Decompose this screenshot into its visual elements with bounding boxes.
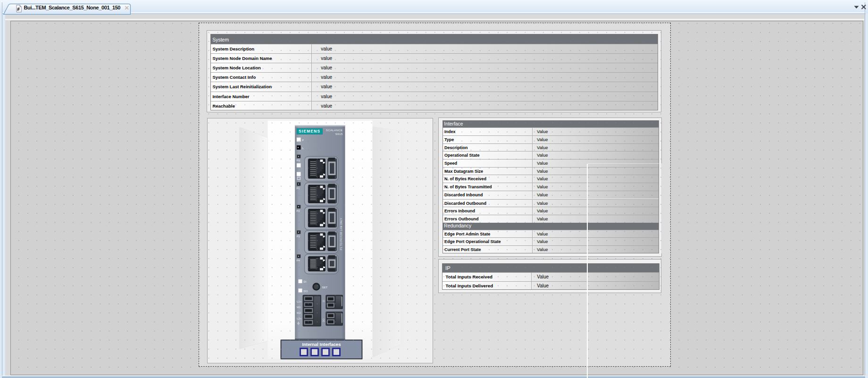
svg-text:P4: P4 [296,259,300,262]
svg-text:PS: PS [296,159,300,162]
svg-text:L1+: L1+ [297,300,302,302]
svg-text:M2: M2 [297,311,301,314]
svg-text:L2+: L2+ [297,317,302,320]
svg-text:P1: P1 [296,187,300,190]
svg-text:P1 TO P4 FOR LAN ONLY: P1 TO P4 FOR LAN ONLY [339,218,342,250]
svg-text:SCALANCE: SCALANCE [326,128,342,132]
svg-text:SET: SET [322,286,327,288]
svg-text:SIEMENS: SIEMENS [299,129,320,134]
svg-text:M1: M1 [297,306,301,309]
svg-text:S615: S615 [335,132,342,135]
svg-text:P2: P2 [296,210,300,212]
svg-text:F: F [302,138,304,141]
svg-text:DO: DO [303,289,308,292]
svg-text:DI: DI [303,280,306,283]
svg-text:DI: DI [322,300,325,302]
svg-text:Internal Interfaces: Internal Interfaces [302,341,341,346]
svg-text:DO: DO [322,318,325,321]
svg-text:P3: P3 [296,235,300,238]
